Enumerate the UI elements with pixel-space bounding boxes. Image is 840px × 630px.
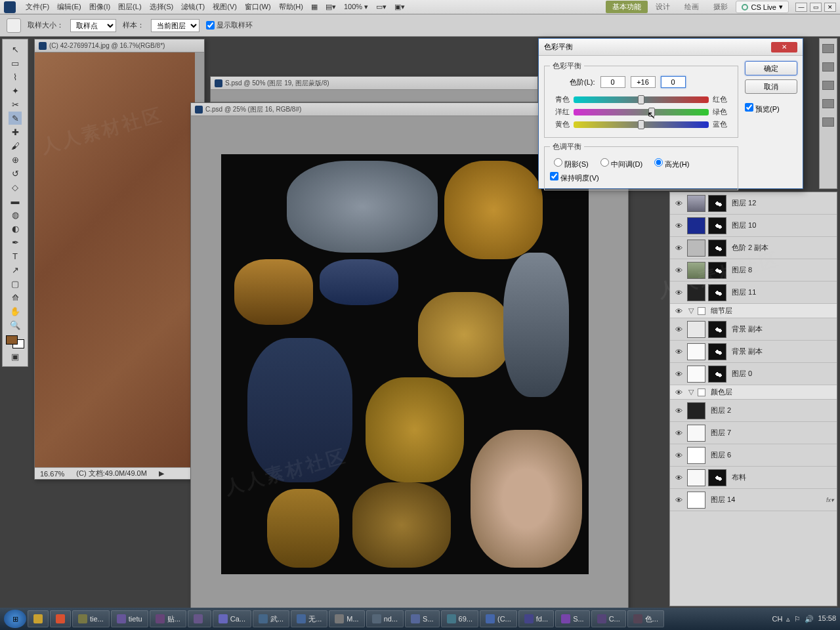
close-icon[interactable]: ✕ [824,3,836,12]
layer-name[interactable]: 图层 7 [708,428,834,438]
layer-name[interactable]: 颜色层 [708,387,834,397]
layer-row[interactable]: 👁▽细节层 [670,304,837,318]
mask-thumb[interactable] [708,469,726,486]
taskbar-app-button[interactable]: (C... [480,610,517,627]
taskbar-app-button[interactable]: 无... [291,610,327,627]
layer-row[interactable]: 👁图层 11 [670,282,837,304]
doc1-titlebar[interactable]: (C) 42-27699714.jpg @ 16.7%(RGB/8*) [35,39,204,52]
tab-icon[interactable] [822,117,834,127]
layer-thumb[interactable] [687,343,705,360]
system-tray[interactable]: CH ▵ ⚐ 🔊 15:58 [772,614,836,623]
layer-row[interactable]: 👁图层 0 [670,363,837,385]
layer-name[interactable]: 背景 副本 [729,346,834,356]
taskbar-app-button[interactable]: 69... [441,610,478,627]
visibility-icon[interactable]: 👁 [673,387,684,398]
layer-name[interactable]: 图层 11 [729,287,834,297]
stamp-tool-icon[interactable]: ⊕ [9,153,22,166]
workspace-photography[interactable]: 摄影 [707,1,734,13]
foreground-color[interactable] [6,335,18,345]
blur-tool-icon[interactable]: ◍ [9,208,22,221]
shadows-radio[interactable]: 阴影(S) [554,158,589,169]
level-magenta-green-input[interactable] [631,76,656,88]
taskbar-app-button[interactable]: Ca... [213,610,251,627]
fx-badge[interactable]: fx▾ [826,497,834,503]
launch-bridge-icon[interactable]: ▦ [308,1,321,12]
zoom-tool-icon[interactable]: 🔍 [9,318,22,331]
visibility-icon[interactable]: 👁 [673,368,684,380]
taskbar-app-button[interactable]: S... [405,610,440,627]
visibility-icon[interactable]: 👁 [673,287,684,299]
clock[interactable]: 15:58 [818,614,836,623]
layer-thumb[interactable] [687,240,705,257]
layer-thumb[interactable] [687,321,705,338]
taskbar-app-button[interactable]: M... [329,610,364,627]
launch-minibridge-icon[interactable]: ▤▾ [322,1,339,12]
menu-image[interactable]: 图像(I) [86,1,114,13]
layer-row[interactable]: 👁色阶 2 副本 [670,237,837,259]
workspace-design[interactable]: 设计 [649,1,677,13]
cancel-button[interactable]: 取消 [745,79,797,94]
history-brush-icon[interactable]: ↺ [9,167,22,180]
quickmask-icon[interactable]: ▣ [9,350,22,363]
sample-size-select[interactable]: 取样点 [70,19,116,32]
visibility-icon[interactable]: 👁 [673,405,684,417]
menu-edit[interactable]: 编辑(E) [54,1,85,13]
dodge-tool-icon[interactable]: ◐ [9,222,22,235]
layer-name[interactable]: 图层 14 [708,495,824,505]
visibility-icon[interactable]: 👁 [673,305,684,317]
layer-name[interactable]: 图层 2 [708,406,834,415]
taskbar-pinned[interactable] [50,610,71,627]
visibility-icon[interactable]: 👁 [673,494,684,506]
taskbar-app-button[interactable]: 贴... [150,610,186,627]
preview-checkbox[interactable]: 预览(P) [745,103,797,114]
layer-name[interactable]: 图层 6 [708,450,834,460]
menu-layer[interactable]: 图层(L) [115,1,144,13]
3d-tool-icon[interactable]: ⟰ [9,291,22,304]
ime-indicator[interactable]: CH [772,615,783,623]
layer-thumb[interactable] [687,425,705,442]
hand-tool-icon[interactable]: ✋ [9,304,22,318]
taskbar-app-button[interactable] [188,610,211,627]
workspace-essentials[interactable]: 基本功能 [606,1,648,13]
layer-row[interactable]: 👁图层 8 [670,259,837,282]
mask-thumb[interactable] [708,284,726,301]
tool-preset-icon[interactable] [7,18,21,33]
preserve-luminosity-checkbox[interactable]: 保持明度(V) [550,174,599,182]
slider-thumb[interactable] [648,108,655,117]
visibility-icon[interactable]: 👁 [673,346,684,358]
visibility-icon[interactable]: 👁 [673,324,684,335]
dialog-titlebar[interactable]: 色彩平衡 ✕ [539,39,803,56]
slider-thumb[interactable] [638,95,644,104]
right-panel-tabs[interactable] [819,38,837,189]
type-tool-icon[interactable]: T [9,249,22,262]
document-window-1[interactable]: (C) 42-27699714.jpg @ 16.7%(RGB/8*) 16.6… [34,39,205,480]
maximize-icon[interactable]: ▭ [810,3,822,12]
layer-thumb[interactable] [687,217,705,234]
visibility-icon[interactable]: 👁 [673,427,684,439]
heal-tool-icon[interactable]: ✚ [9,125,22,138]
visibility-icon[interactable]: 👁 [673,472,684,484]
layer-row[interactable]: 👁背景 副本 [670,341,837,363]
mask-thumb[interactable] [708,217,726,234]
tray-icon[interactable]: 🔊 [805,615,814,623]
level-cyan-red-input[interactable] [600,76,625,88]
taskbar-app-button[interactable]: 武... [253,610,289,627]
layer-name[interactable]: 图层 10 [729,220,834,230]
dialog-close-icon[interactable]: ✕ [771,42,797,52]
gradient-tool-icon[interactable]: ▬ [9,194,22,207]
mask-thumb[interactable] [708,262,726,279]
menu-help[interactable]: 帮助(H) [276,1,306,13]
layer-thumb[interactable] [687,447,705,464]
taskbar-app-button[interactable]: fd... [518,610,554,627]
layer-row[interactable]: 👁▽颜色层 [670,385,837,400]
mask-thumb[interactable] [708,321,726,338]
tab-icon[interactable] [822,99,834,108]
wand-tool-icon[interactable]: ✦ [9,84,22,97]
layers-panel[interactable]: 👁图层 12👁图层 10👁色阶 2 副本👁图层 8👁图层 11👁▽细节层👁背景 … [669,192,837,606]
layer-name[interactable]: 细节层 [708,306,834,316]
zoom-level-field[interactable]: 100% ▾ [341,1,371,12]
tab-icon[interactable] [822,81,834,90]
start-button-icon[interactable]: ⊞ [4,610,26,628]
document-window-2[interactable]: S.psd @ 50% (图层 19, 图层蒙版/8) [210,76,538,102]
brush-tool-icon[interactable]: 🖌 [9,139,22,152]
